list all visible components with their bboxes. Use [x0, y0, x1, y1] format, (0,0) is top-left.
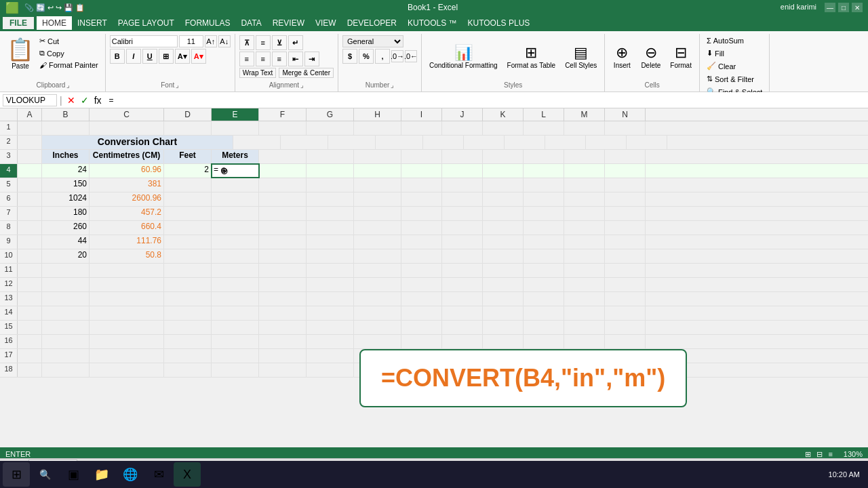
cell-c10[interactable]: 50.8 — [90, 249, 164, 263]
align-center-btn[interactable]: ≡ — [256, 52, 271, 66]
cell-h4[interactable] — [354, 164, 401, 178]
row-num-17[interactable]: 17 — [0, 349, 18, 363]
font-size-decrease-btn[interactable]: A↓ — [218, 35, 231, 47]
format-as-table-btn[interactable]: ⊞ Format as Table — [504, 35, 559, 77]
cell-f5[interactable] — [259, 178, 307, 192]
cell-e8[interactable] — [212, 221, 259, 235]
align-top-btn[interactable]: ⊼ — [239, 35, 254, 50]
confirm-formula-btn[interactable]: ✓ — [79, 95, 91, 106]
cell-h3[interactable] — [354, 150, 401, 163]
cell-e7[interactable] — [212, 207, 259, 220]
row-num-12[interactable]: 12 — [0, 278, 18, 291]
cell-h6[interactable] — [354, 192, 401, 206]
task-view-btn[interactable]: ▣ — [60, 462, 87, 487]
col-header-b[interactable]: B — [42, 108, 90, 121]
cell-l4[interactable] — [524, 164, 564, 178]
cell-b2[interactable]: Conversion Chart — [42, 136, 233, 149]
font-size-input[interactable] — [179, 35, 203, 47]
col-header-f[interactable]: F — [259, 108, 307, 121]
cell-c8[interactable]: 660.4 — [90, 221, 164, 235]
cell-i4[interactable] — [401, 164, 442, 178]
sort-filter-button[interactable]: ⇅ Sort & Filter — [704, 73, 757, 85]
restore-btn[interactable]: □ — [838, 3, 849, 12]
row-num-14[interactable]: 14 — [0, 306, 18, 320]
font-color-btn[interactable]: A▾ — [191, 49, 206, 64]
cell-j8[interactable] — [442, 221, 483, 235]
col-header-c[interactable]: C — [90, 108, 164, 121]
home-menu[interactable]: HOME — [37, 16, 72, 30]
cell-h9[interactable] — [354, 235, 401, 249]
cut-button[interactable]: ✂ Cut — [37, 35, 101, 47]
file-menu[interactable]: FILE — [3, 17, 34, 29]
cell-i9[interactable] — [401, 235, 442, 249]
cell-a10[interactable] — [18, 249, 42, 263]
fill-color-btn[interactable]: A▾ — [175, 49, 190, 64]
minimize-btn[interactable]: — — [825, 3, 835, 12]
decimal-increase-btn[interactable]: .0→ — [391, 50, 403, 62]
cell-k10[interactable] — [483, 249, 524, 263]
cell-d10[interactable] — [164, 249, 212, 263]
close-btn[interactable]: ✕ — [852, 3, 863, 12]
row-num-1[interactable]: 1 — [0, 121, 18, 135]
cancel-formula-btn[interactable]: ✕ — [65, 95, 77, 106]
col-header-m[interactable]: M — [564, 108, 605, 121]
cell-g6[interactable] — [307, 192, 354, 206]
number-expand-icon[interactable]: ⌟ — [391, 81, 394, 89]
cell-g9[interactable] — [307, 235, 354, 249]
col-header-l[interactable]: L — [524, 108, 564, 121]
cell-i7[interactable] — [401, 207, 442, 220]
font-size-increase-btn[interactable]: A↑ — [205, 35, 217, 47]
bold-button[interactable]: B — [110, 49, 125, 64]
italic-button[interactable]: I — [126, 49, 141, 64]
cell-j10[interactable] — [442, 249, 483, 263]
cell-e5[interactable] — [212, 178, 259, 192]
cell-n6[interactable] — [605, 192, 646, 206]
col-header-n[interactable]: N — [605, 108, 646, 121]
cell-c1[interactable] — [90, 121, 164, 135]
percent-btn[interactable]: % — [359, 49, 374, 64]
fill-button[interactable]: ⬇ Fill — [704, 47, 727, 59]
cell-j4[interactable] — [442, 164, 483, 178]
cell-j7[interactable] — [442, 207, 483, 220]
font-expand-icon[interactable]: ⌟ — [176, 81, 179, 89]
chrome-btn[interactable]: 🌐 — [117, 462, 144, 487]
cell-b5[interactable]: 150 — [42, 178, 90, 192]
cell-d7[interactable] — [164, 207, 212, 220]
cell-m8[interactable] — [564, 221, 605, 235]
cell-l1[interactable] — [524, 121, 564, 135]
border-button[interactable]: ⊞ — [159, 49, 174, 64]
cell-a5[interactable] — [18, 178, 42, 192]
insert-function-btn[interactable]: fx — [92, 95, 104, 106]
cell-i6[interactable] — [401, 192, 442, 206]
cell-g2[interactable] — [328, 136, 376, 149]
cell-n10[interactable] — [605, 249, 646, 263]
page-layout-menu[interactable]: PAGE LAYOUT — [113, 16, 180, 30]
decimal-decrease-btn[interactable]: .0← — [405, 50, 417, 62]
cell-a8[interactable] — [18, 221, 42, 235]
cell-e3[interactable]: Meters — [212, 150, 259, 163]
cell-i1[interactable] — [401, 121, 442, 135]
cell-n4[interactable] — [605, 164, 646, 178]
cell-n1[interactable] — [605, 121, 646, 135]
cell-styles-btn[interactable]: ▤ Cell Styles — [561, 35, 600, 77]
cell-e4[interactable]: = ⊕ — [212, 164, 259, 178]
name-box[interactable] — [3, 94, 57, 106]
font-name-input[interactable] — [110, 35, 178, 47]
cell-h8[interactable] — [354, 221, 401, 235]
row-num-4[interactable]: 4 — [0, 164, 18, 178]
cell-m3[interactable] — [564, 150, 605, 163]
row-num-18[interactable]: 18 — [0, 363, 18, 377]
cell-f3[interactable] — [259, 150, 307, 163]
cell-f6[interactable] — [259, 192, 307, 206]
cell-e2[interactable] — [233, 136, 281, 149]
cell-g1[interactable] — [307, 121, 354, 135]
col-header-k[interactable]: K — [483, 108, 524, 121]
cell-e9[interactable] — [212, 235, 259, 249]
cell-l9[interactable] — [524, 235, 564, 249]
formula-input[interactable]: = — [106, 95, 865, 106]
row-num-5[interactable]: 5 — [0, 178, 18, 192]
col-header-j[interactable]: J — [442, 108, 483, 121]
format-btn[interactable]: ⊟ Format — [667, 35, 695, 77]
autosum-button[interactable]: Σ AutoSum — [704, 35, 747, 46]
cell-g7[interactable] — [307, 207, 354, 220]
